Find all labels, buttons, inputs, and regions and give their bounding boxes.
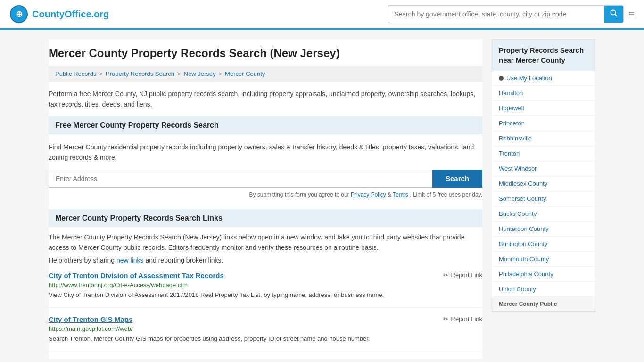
sidebar-bottom-label: Mercer County Public [492, 297, 595, 312]
link-url-1[interactable]: http://www.trentonnj.org/Cit-e-Access/we… [49, 281, 482, 288]
breadcrumb-sep-1: > [99, 70, 103, 77]
sidebar-item-burlington-county[interactable]: Burlington County [492, 237, 595, 252]
link-title-2[interactable]: City of Trenton GIS Maps [49, 315, 132, 323]
address-input[interactable] [49, 170, 432, 188]
sidebar-item-hunterdon-county[interactable]: Hunterdon County [492, 222, 595, 237]
report-label-2: Report Link [451, 315, 482, 322]
report-link-1[interactable]: ✂ Report Link [443, 272, 482, 279]
page-description: Perform a free Mercer County, NJ public … [49, 82, 482, 116]
form-note-limit: . [410, 191, 413, 198]
sidebar-item-bucks-county[interactable]: Bucks County [492, 206, 595, 222]
form-note: By submitting this form you agree to our… [49, 191, 482, 205]
page-title: Mercer County Property Records Search (N… [49, 39, 482, 66]
breadcrumb: Public Records > Property Records Search… [49, 66, 482, 82]
global-search-button[interactable] [604, 6, 623, 23]
svg-line-4 [615, 14, 617, 16]
sidebar-item-hopewell[interactable]: Hopewell [492, 101, 595, 116]
main-content: Mercer County Property Records Search (N… [49, 39, 482, 359]
free-search-heading: Free Mercer County Property Records Sear… [49, 116, 482, 134]
link-title-1[interactable]: City of Trenton Division of Assessment T… [49, 272, 224, 280]
share-suffix: and reporting broken links. [145, 256, 223, 264]
svg-text:⊕: ⊕ [16, 9, 23, 19]
breadcrumb-sep-3: > [219, 70, 223, 77]
breadcrumb-property-records-search[interactable]: Property Records Search [106, 70, 174, 77]
free-search-description: Find Mercer County residential property … [49, 139, 482, 170]
breadcrumb-mercer-county[interactable]: Mercer County [225, 70, 265, 77]
header-right: ≡ [388, 5, 635, 23]
address-form: Search [49, 170, 482, 188]
link-desc-2: Search Trenton, Mercer County GIS maps f… [49, 334, 482, 344]
sidebar-item-trenton[interactable]: Trenton [492, 146, 595, 161]
links-section-heading: Mercer County Property Records Search Li… [49, 209, 482, 227]
logo-area: ⊕ CountyOffice.org [9, 5, 109, 24]
location-dot-icon [499, 76, 504, 81]
main-container: Mercer County Property Records Search (N… [39, 30, 605, 362]
sidebar-title: Property Records Search near Mercer Coun… [492, 40, 595, 71]
sidebar: Property Records Search near Mercer Coun… [492, 39, 595, 359]
share-line: Help others by sharing new links and rep… [49, 256, 482, 264]
form-note-and: & [388, 191, 393, 198]
logo-suffix: .org [91, 9, 109, 19]
logo-icon: ⊕ [9, 5, 28, 24]
report-link-2[interactable]: ✂ Report Link [443, 315, 482, 322]
sidebar-item-hamilton[interactable]: Hamilton [492, 86, 595, 101]
links-section: Mercer County Property Records Search Li… [49, 209, 482, 352]
links-description: The Mercer County Property Records Searc… [49, 232, 482, 253]
sidebar-item-princeton[interactable]: Princeton [492, 116, 595, 131]
report-label-1: Report Link [451, 272, 482, 279]
link-desc-1: View City of Trenton Division of Assessm… [49, 290, 482, 300]
sidebar-item-monmouth-county[interactable]: Monmouth County [492, 252, 595, 267]
form-note-text: By submitting this form you agree to our [249, 191, 349, 198]
sidebar-use-my-location[interactable]: Use My Location [492, 71, 595, 86]
logo-text: CountyOffice.org [32, 9, 109, 20]
terms-link[interactable]: Terms [393, 191, 408, 198]
sidebar-box: Property Records Search near Mercer Coun… [492, 39, 595, 312]
sidebar-item-middlesex-county[interactable]: Middlesex County [492, 176, 595, 191]
free-search-section: Free Mercer County Property Records Sear… [49, 116, 482, 205]
sidebar-item-robbinsville[interactable]: Robbinsville [492, 131, 595, 146]
site-header: ⊕ CountyOffice.org ≡ [0, 0, 644, 30]
global-search-input[interactable] [388, 7, 604, 22]
scissors-icon-2: ✂ [443, 315, 448, 322]
sidebar-item-union-county[interactable]: Union County [492, 282, 595, 297]
logo-name: CountyOffice [32, 9, 91, 19]
privacy-policy-link[interactable]: Privacy Policy [351, 191, 386, 198]
link-item-header: City of Trenton Division of Assessment T… [49, 272, 482, 280]
use-my-location-link[interactable]: Use My Location [506, 74, 552, 82]
link-item: City of Trenton Division of Assessment T… [49, 272, 482, 308]
address-search-button[interactable]: Search [432, 170, 482, 188]
global-search-bar[interactable] [388, 5, 624, 23]
breadcrumb-public-records[interactable]: Public Records [55, 70, 96, 77]
link-item: City of Trenton GIS Maps ✂ Report Link h… [49, 315, 482, 352]
breadcrumb-new-jersey[interactable]: New Jersey [184, 70, 216, 77]
hamburger-menu-icon[interactable]: ≡ [628, 8, 635, 20]
sidebar-item-philadelphia-county[interactable]: Philadelphia County [492, 267, 595, 282]
link-item-header-2: City of Trenton GIS Maps ✂ Report Link [49, 315, 482, 323]
link-url-2[interactable]: https://main.govpilot.com//web/ [49, 325, 482, 332]
scissors-icon: ✂ [443, 272, 448, 279]
share-text: Help others by sharing [49, 256, 115, 264]
sidebar-item-somerset-county[interactable]: Somerset County [492, 191, 595, 206]
breadcrumb-sep-2: > [177, 70, 181, 77]
limit-note: Limit of 5 free uses per day. [413, 191, 482, 198]
sidebar-item-west-windsor[interactable]: West Windsor [492, 161, 595, 176]
new-links-link[interactable]: new links [116, 256, 144, 264]
